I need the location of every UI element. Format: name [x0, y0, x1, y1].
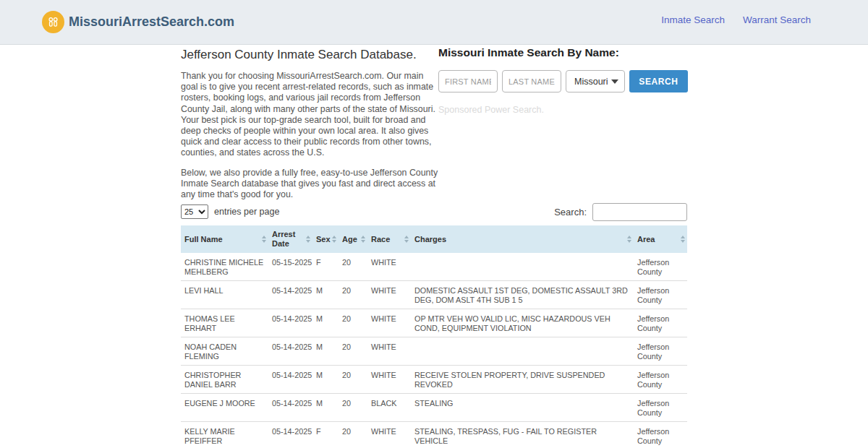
cell-sex: M [312, 337, 339, 366]
last-name-input[interactable] [502, 70, 561, 92]
state-select-wrapper: Missouri [566, 70, 625, 92]
column-header-area[interactable]: Area [634, 225, 687, 253]
entries-per-page-select[interactable]: 25 [181, 204, 208, 219]
entries-per-page-label: entries per page [214, 207, 279, 217]
column-header-sex[interactable]: Sex [312, 225, 339, 253]
nav-inmate-search-link[interactable]: Inmate Search [661, 14, 725, 25]
page: MissouriArrestSearch.com Inmate Search W… [0, 0, 868, 448]
cell-age: 20 [339, 422, 367, 448]
cell-charges [411, 253, 634, 281]
cell-area: Jefferson County [634, 394, 687, 422]
cell-sex: F [312, 253, 339, 281]
cell-age: 20 [339, 337, 367, 366]
intro-paragraph-1: Thank you for choosing MissouriArrestSea… [181, 71, 440, 159]
intro-section: Jefferson County Inmate Search Database.… [181, 48, 440, 200]
column-header-arrest_date[interactable]: Arrest Date [268, 225, 312, 253]
cell-race: WHITE [367, 337, 411, 366]
cell-age: 20 [339, 309, 367, 337]
cell-charges: OP MTR VEH WO VALID LIC, MISC HAZARDOUS … [411, 309, 634, 337]
entries-per-page: 25 entries per page [181, 204, 279, 219]
cell-arrest_date: 05-14-2025 [268, 366, 312, 394]
cell-age: 20 [339, 281, 367, 309]
cell-full_name: THOMAS LEE ERHART [181, 309, 268, 337]
cell-full_name: CHRISTOPHER DANIEL BARR [181, 366, 268, 394]
cell-area: Jefferson County [634, 253, 687, 281]
cell-area: Jefferson County [634, 337, 687, 366]
cell-full_name: NOAH CADEN FLEMING [181, 337, 268, 366]
column-header-label: Sex [316, 235, 331, 244]
table-search-input[interactable] [592, 203, 687, 221]
sponsored-note: Sponsored Power Search. [438, 105, 688, 115]
top-nav: Inmate Search Warrant Search [661, 14, 811, 25]
search-button[interactable]: SEARCH [629, 70, 688, 92]
sort-arrows-icon [262, 236, 266, 243]
cell-race: WHITE [367, 366, 411, 394]
column-header-label: Area [637, 235, 655, 244]
table-row: NOAH CADEN FLEMING05-14-2025M20WHITEJeff… [181, 337, 687, 366]
table-row: CHRISTOPHER DANIEL BARR05-14-2025M20WHIT… [181, 366, 687, 394]
handcuffs-logo-icon [42, 11, 64, 33]
column-header-label: Race [371, 235, 390, 244]
cell-sex: M [312, 309, 339, 337]
cell-race: WHITE [367, 309, 411, 337]
first-name-input[interactable] [438, 70, 498, 92]
table-search-label: Search: [554, 207, 587, 217]
cell-race: WHITE [367, 253, 411, 281]
cell-sex: M [312, 281, 339, 309]
search-panel-heading: Missouri Inmate Search By Name: [438, 46, 688, 59]
table-header-row: Full NameArrest DateSexAgeRaceChargesAre… [181, 225, 687, 253]
nav-warrant-search-link[interactable]: Warrant Search [743, 14, 811, 25]
cell-age: 20 [339, 394, 367, 422]
cell-full_name: CHRISTINE MICHELE MEHLBERG [181, 253, 268, 281]
table-row: CHRISTINE MICHELE MEHLBERG05-15-2025F20W… [181, 253, 687, 281]
sort-arrows-icon [332, 236, 336, 243]
table-controls: 25 entries per page Search: [181, 202, 687, 223]
cell-area: Jefferson County [634, 422, 687, 448]
state-select[interactable]: Missouri [566, 70, 625, 92]
column-header-label: Arrest Date [272, 230, 295, 248]
cell-age: 20 [339, 366, 367, 394]
cell-sex: F [312, 422, 339, 448]
cell-arrest_date: 05-14-2025 [268, 394, 312, 422]
cell-full_name: EUGENE J MOORE [181, 394, 268, 422]
cell-arrest_date: 05-14-2025 [268, 309, 312, 337]
cell-sex: M [312, 366, 339, 394]
site-logo[interactable]: MissouriArrestSearch.com [42, 11, 234, 33]
column-header-age[interactable]: Age [339, 225, 367, 253]
sort-arrows-icon [627, 236, 631, 243]
table-row: THOMAS LEE ERHART05-14-2025M20WHITEOP MT… [181, 309, 687, 337]
cell-charges: STEALING, TRESPASS, FUG - FAIL TO REGIST… [411, 422, 634, 448]
inmate-table: Full NameArrest DateSexAgeRaceChargesAre… [181, 225, 687, 448]
sort-arrows-icon [404, 236, 409, 243]
cell-charges: DOMESTIC ASSAULT 1ST DEG, DOMESTIC ASSAU… [411, 281, 634, 309]
table-search: Search: [554, 203, 687, 221]
intro-paragraph-2: Below, we also provide a fully free, eas… [181, 168, 440, 201]
sort-arrows-icon [306, 236, 310, 243]
cell-area: Jefferson County [634, 366, 687, 394]
column-header-charges[interactable]: Charges [411, 225, 634, 253]
cell-charges: RECEIVE STOLEN PROPERTY, DRIVE SUSPENDED… [411, 366, 634, 394]
table-row: KELLY MARIE PFEIFFER05-14-2025F20WHITEST… [181, 422, 687, 448]
cell-charges [411, 337, 634, 366]
header-bar: MissouriArrestSearch.com Inmate Search W… [0, 0, 868, 45]
cell-full_name: LEVI HALL [181, 281, 268, 309]
site-title: MissouriArrestSearch.com [69, 14, 234, 30]
inmate-table-wrapper: Full NameArrest DateSexAgeRaceChargesAre… [181, 225, 687, 448]
table-row: LEVI HALL05-14-2025M20WHITEDOMESTIC ASSA… [181, 281, 687, 309]
cell-area: Jefferson County [634, 281, 687, 309]
cell-sex: M [312, 394, 339, 422]
column-header-label: Age [342, 235, 357, 244]
cell-race: WHITE [367, 281, 411, 309]
cell-area: Jefferson County [634, 309, 687, 337]
cell-age: 20 [339, 253, 367, 281]
table-body: CHRISTINE MICHELE MEHLBERG05-15-2025F20W… [181, 253, 687, 448]
cell-race: WHITE [367, 422, 411, 448]
cell-arrest_date: 05-14-2025 [268, 337, 312, 366]
cell-race: BLACK [367, 394, 411, 422]
column-header-full_name[interactable]: Full Name [181, 225, 268, 253]
column-header-race[interactable]: Race [367, 225, 411, 253]
sort-arrows-icon [681, 236, 685, 243]
cell-charges: STEALING [411, 394, 634, 422]
table-row: EUGENE J MOORE05-14-2025M20BLACKSTEALING… [181, 394, 687, 422]
column-header-label: Full Name [184, 235, 223, 244]
